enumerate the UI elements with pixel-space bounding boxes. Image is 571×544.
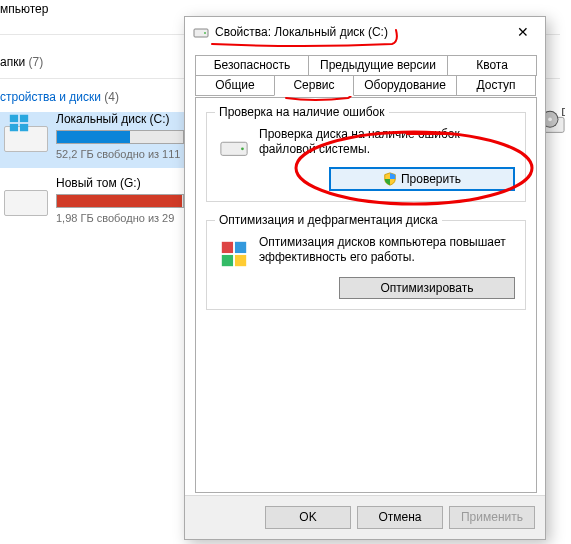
group-legend: Проверка на наличие ошибок: [215, 105, 389, 119]
tab-general[interactable]: Общие: [195, 75, 275, 96]
svg-rect-3: [20, 124, 28, 131]
tab-previous-versions[interactable]: Предыдущие версии: [308, 55, 448, 76]
properties-dialog: Свойства: Локальный диск (C:) ✕ Безопасн…: [184, 16, 546, 540]
drive-icon: [4, 190, 48, 216]
devices-label: стройства и диски: [0, 90, 101, 104]
drive-free-text: 1,98 ГБ свободно из 29: [56, 212, 174, 224]
svg-point-10: [204, 32, 206, 34]
optimize-description: Оптимизация дисков компьютера повышает э…: [259, 235, 515, 265]
check-button-label: Проверить: [401, 172, 461, 186]
group-optimize: Оптимизация и дефрагментация диска Оптим…: [206, 220, 526, 310]
drive-free-text: 52,2 ГБ свободно из 111: [56, 148, 180, 160]
drive-check-icon: [219, 131, 249, 161]
defrag-icon: [219, 239, 249, 269]
dialog-button-row: OK Отмена Применить: [185, 495, 545, 539]
svg-rect-16: [235, 255, 246, 266]
tab-quota[interactable]: Квота: [447, 55, 537, 76]
drive-name: Новый том (G:): [56, 176, 141, 190]
devices-count: (4): [104, 90, 119, 104]
svg-point-7: [548, 117, 552, 121]
drive-name: Локальный диск (C:): [56, 112, 170, 126]
optimize-button[interactable]: Оптимизировать: [339, 277, 515, 299]
dialog-titlebar[interactable]: Свойства: Локальный диск (C:) ✕: [185, 17, 545, 47]
check-description: Проверка диска на наличие ошибок файлово…: [259, 127, 515, 157]
tab-row-2: Общие Сервис Оборудование Доступ: [195, 75, 537, 95]
folders-label: апки: [0, 55, 25, 69]
svg-rect-14: [235, 242, 246, 253]
drive-usage-bar: [56, 130, 184, 144]
group-legend: Оптимизация и дефрагментация диска: [215, 213, 442, 227]
svg-rect-0: [10, 115, 18, 122]
svg-rect-2: [10, 124, 18, 131]
tab-sharing[interactable]: Доступ: [456, 75, 536, 96]
drive-usage-bar: [56, 194, 184, 208]
dialog-title: Свойства: Локальный диск (C:): [215, 17, 388, 47]
tab-tools[interactable]: Сервис: [274, 75, 354, 96]
svg-text:D: D: [561, 108, 565, 118]
uac-shield-icon: [383, 172, 397, 186]
drive-icon: [193, 24, 209, 40]
svg-rect-13: [222, 242, 233, 253]
svg-point-12: [241, 147, 244, 150]
tab-security[interactable]: Безопасность: [195, 55, 309, 76]
explorer-group-folders[interactable]: апки (7): [0, 55, 43, 69]
check-button[interactable]: Проверить: [329, 167, 515, 191]
tab-hardware[interactable]: Оборудование: [353, 75, 457, 96]
windows-icon: [8, 112, 30, 134]
explorer-heading-computer: мпьютер: [0, 2, 48, 16]
tab-panel-tools: Проверка на наличие ошибок Проверка диск…: [195, 97, 537, 493]
svg-rect-1: [20, 115, 28, 122]
group-error-checking: Проверка на наличие ошибок Проверка диск…: [206, 112, 526, 202]
explorer-group-devices[interactable]: стройства и диски (4): [0, 90, 119, 104]
cancel-button[interactable]: Отмена: [357, 506, 443, 529]
folders-count: (7): [28, 55, 43, 69]
apply-button[interactable]: Применить: [449, 506, 535, 529]
svg-rect-15: [222, 255, 233, 266]
ok-button[interactable]: OK: [265, 506, 351, 529]
close-button[interactable]: ✕: [501, 17, 545, 47]
tab-row-1: Безопасность Предыдущие версии Квота: [195, 55, 537, 75]
